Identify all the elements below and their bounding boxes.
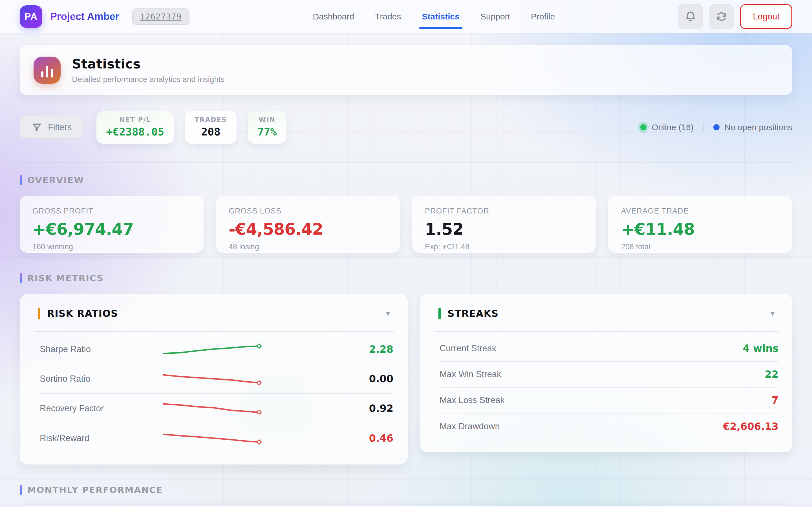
streak-row-max-win: Max Win Streak 22	[440, 362, 778, 388]
chip-value: 208	[195, 126, 227, 138]
stat-label: GROSS LOSS	[229, 207, 387, 216]
brand-name: Project Amber	[50, 11, 119, 22]
streak-label: Current Streak	[440, 343, 497, 353]
ratio-row-recovery: Recovery Factor 0.92	[40, 394, 393, 424]
top-actions: Logout	[678, 4, 792, 29]
streak-value: 22	[765, 369, 778, 380]
notifications-button[interactable]	[678, 4, 703, 29]
panel-title: RISK RATIOS	[47, 308, 118, 319]
streak-label: Max Drawdown	[440, 421, 500, 432]
chevron-down-icon[interactable]: ▼	[769, 309, 776, 318]
stat-sub: 208 total	[621, 242, 779, 251]
streak-value: 4 wins	[743, 343, 778, 354]
stat-label: PROFIT FACTOR	[425, 207, 583, 216]
nav-item-support[interactable]: Support	[480, 0, 510, 33]
nav-item-trades[interactable]: Trades	[375, 0, 401, 33]
stat-label: GROSS PROFIT	[33, 207, 191, 216]
streak-value: 7	[772, 395, 778, 406]
stat-sub: 160 winning	[33, 242, 191, 251]
ratio-label: Sharpe Ratio	[40, 344, 161, 354]
section-title: OVERVIEW	[28, 175, 84, 185]
section-risk-metrics: RISK METRICS	[20, 273, 792, 283]
overview-cards: GROSS PROFIT +€6,974.47 160 winning GROS…	[20, 196, 792, 252]
filters-label: Filters	[48, 122, 71, 132]
page-header-card: Statistics Detailed performance analytic…	[20, 45, 792, 95]
account-id-badge[interactable]: 12627379	[132, 8, 190, 25]
card-gross-loss: GROSS LOSS -€4,586.42 48 losing	[216, 196, 400, 252]
nav-item-dashboard[interactable]: Dashboard	[313, 0, 354, 33]
filters-button[interactable]: Filters	[20, 116, 84, 139]
refresh-button[interactable]	[709, 4, 734, 29]
ratio-row-sortino: Sortino Ratio 0.00	[40, 364, 393, 394]
risk-ratio-rows: Sharpe Ratio 2.28 Sortino Ratio 0.00 Rec…	[20, 332, 407, 464]
chip-label: WIN	[257, 116, 277, 123]
nav-item-profile[interactable]: Profile	[531, 0, 555, 33]
streak-value: €2,606.13	[723, 421, 778, 432]
section-accent-bar	[20, 485, 22, 495]
chip-win: WIN 77%	[248, 111, 287, 144]
logout-button[interactable]: Logout	[740, 4, 792, 29]
positions-status-label: No open positions	[725, 122, 792, 132]
refresh-icon	[716, 11, 727, 22]
main-nav: Dashboard Trades Statistics Support Prof…	[190, 0, 678, 33]
ratio-value: 0.00	[369, 373, 393, 385]
section-accent-bar	[20, 175, 22, 185]
panel-title: STREAKS	[448, 308, 499, 319]
streak-row-max-drawdown: Max Drawdown €2,606.13	[440, 413, 778, 439]
risk-ratios-header: RISK RATIOS ▼	[20, 294, 407, 331]
stat-value: -€4,586.42	[229, 220, 387, 238]
streaks-panel: STREAKS ▼ Current Streak 4 wins Max Win …	[420, 294, 792, 452]
ratio-label: Recovery Factor	[40, 403, 161, 413]
streak-label: Max Loss Streak	[440, 395, 505, 405]
top-bar: PA Project Amber 12627379 Dashboard Trad…	[0, 0, 812, 33]
risk-ratios-panel: RISK RATIOS ▼ Sharpe Ratio 2.28 Sortino …	[20, 294, 408, 464]
stat-value: 1.52	[425, 220, 583, 238]
online-status-label: Online (16)	[652, 122, 693, 132]
online-status-dot	[640, 124, 647, 130]
status-positions: No open positions	[713, 122, 792, 132]
streak-rows: Current Streak 4 wins Max Win Streak 22 …	[420, 332, 792, 452]
status-group: Online (16) No open positions	[640, 122, 792, 132]
brand: PA Project Amber 12627379	[20, 5, 190, 28]
section-monthly-performance: MONTHLY PERFORMANCE	[20, 485, 792, 495]
nav-item-statistics[interactable]: Statistics	[422, 0, 460, 33]
panel-accent-bar	[38, 307, 40, 320]
page-header-text: Statistics Detailed performance analytic…	[72, 56, 225, 84]
stat-chips: NET P/L +€2388.05 TRADES 208 WIN 77%	[96, 111, 286, 144]
statistics-chart-icon	[34, 57, 61, 83]
chip-label: TRADES	[195, 116, 227, 123]
ratio-label: Risk/Reward	[40, 433, 161, 443]
chevron-down-icon[interactable]: ▼	[384, 309, 392, 318]
stat-sub: Exp: +€11.48	[425, 242, 583, 251]
stat-value: +€6,974.47	[33, 220, 191, 238]
sparkline-chart	[161, 430, 262, 447]
chip-label: NET P/L	[106, 116, 164, 123]
card-average-trade: AVERAGE TRADE +€11.48 208 total	[608, 196, 792, 252]
card-gross-profit: GROSS PROFIT +€6,974.47 160 winning	[20, 196, 204, 252]
stat-value: +€11.48	[621, 220, 779, 238]
status-divider	[703, 122, 704, 132]
ratio-value: 2.28	[369, 344, 393, 355]
chip-trades: TRADES 208	[185, 111, 237, 144]
positions-status-dot	[713, 124, 719, 130]
toolbar: Filters NET P/L +€2388.05 TRADES 208 WIN…	[20, 111, 792, 144]
chip-net-pl: NET P/L +€2388.05	[96, 111, 174, 144]
streaks-header: STREAKS ▼	[420, 294, 792, 331]
streak-row-max-loss: Max Loss Streak 7	[440, 388, 778, 413]
card-profit-factor: PROFIT FACTOR 1.52 Exp: +€11.48	[412, 196, 596, 252]
sparkline-chart	[161, 400, 262, 417]
ratio-value: 0.92	[369, 403, 393, 414]
section-accent-bar	[20, 273, 22, 283]
chip-value: 77%	[257, 126, 277, 138]
section-overview: OVERVIEW	[20, 175, 792, 185]
chip-value: +€2388.05	[106, 126, 164, 138]
ratio-value: 0.46	[369, 433, 393, 444]
streak-row-current: Current Streak 4 wins	[440, 336, 778, 362]
page-title: Statistics	[72, 56, 225, 71]
stat-label: AVERAGE TRADE	[621, 207, 779, 216]
bell-icon	[684, 11, 696, 22]
section-title: RISK METRICS	[28, 273, 104, 283]
status-online: Online (16)	[640, 122, 693, 132]
streak-label: Max Win Streak	[440, 369, 501, 379]
ratio-label: Sortino Ratio	[40, 374, 161, 384]
